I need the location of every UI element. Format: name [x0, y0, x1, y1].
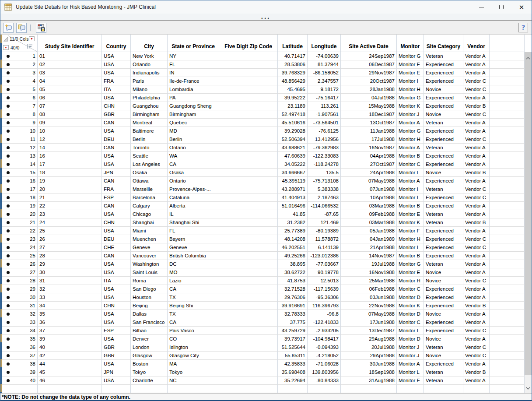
cell-five-digit-zip-code[interactable]: [219, 160, 278, 169]
cell-city[interactable]: Los Angeles: [131, 160, 168, 169]
row-state-dot[interactable]: [7, 313, 10, 316]
cell-state-or-province[interactable]: Pais Vasco: [168, 327, 219, 335]
cell-latitude[interactable]: 35.22694: [278, 376, 308, 385]
cell-site-active-date[interactable]: 03Jun1988: [341, 293, 397, 302]
cell-vendor[interactable]: [463, 385, 490, 393]
cell-site-active-date[interactable]: 04Jul1988: [341, 94, 397, 102]
cell-state-or-province[interactable]: MD: [168, 127, 219, 135]
row-state-cell[interactable]: [2, 277, 14, 285]
cell-longitude[interactable]: 5.383338: [308, 185, 341, 193]
column-header-longitude[interactable]: Longitude: [308, 35, 341, 52]
cell-state-or-province[interactable]: IN: [168, 69, 219, 77]
cell-vendor[interactable]: Vendor C: [463, 343, 490, 352]
column-header-city[interactable]: City: [131, 35, 168, 52]
cell-latitude[interactable]: 41.404913: [278, 193, 308, 202]
cell-longitude[interactable]: 113.261: [308, 102, 341, 110]
cell-longitude[interactable]: 13.412956: [308, 135, 341, 144]
cell-vendor[interactable]: Vendor C: [463, 243, 490, 252]
cell-site-active-date[interactable]: 27Oct1987: [341, 160, 397, 169]
cell-longitude[interactable]: 139.803956: [308, 368, 341, 376]
cell-vendor[interactable]: Vendor A: [463, 210, 490, 218]
cell-site-category[interactable]: Experienced: [424, 285, 463, 293]
rows-list-icon[interactable]: [27, 44, 33, 49]
cell-site-category[interactable]: Experienced: [424, 160, 463, 169]
cell-vendor[interactable]: Vendor A: [463, 293, 490, 302]
cell-city[interactable]: Bilbao: [131, 327, 168, 335]
row-number[interactable]: 38: [14, 360, 38, 368]
cell-study-site-identifier[interactable]: 27: [38, 243, 102, 252]
cell-longitude[interactable]: -80.19389: [308, 227, 341, 235]
cell-country[interactable]: ESP: [102, 327, 131, 335]
cell-longitude[interactable]: -75.16417: [308, 94, 341, 102]
cell-study-site-identifier[interactable]: 40: [38, 343, 102, 352]
cell-country[interactable]: USA: [102, 94, 131, 102]
cell-monitor[interactable]: Monitor A: [397, 119, 424, 127]
cell-study-site-identifier[interactable]: 10: [38, 127, 102, 135]
cell-site-category[interactable]: Veteran: [424, 260, 463, 268]
row-number[interactable]: 40: [14, 376, 38, 385]
row-state-dot[interactable]: [7, 196, 10, 199]
cell-monitor[interactable]: Monitor B: [397, 152, 424, 160]
cell-latitude[interactable]: 43.688621: [278, 144, 308, 152]
cell-vendor[interactable]: Vendor A: [463, 318, 490, 327]
cell-site-active-date[interactable]: 06Dec1987: [341, 60, 397, 69]
cell-state-or-province[interactable]: Berlin: [168, 135, 219, 144]
cell-latitude[interactable]: 39.29028: [278, 127, 308, 135]
row-state-dot[interactable]: [7, 321, 10, 324]
cell-site-category[interactable]: Novice: [424, 352, 463, 360]
cell-country[interactable]: USA: [102, 268, 131, 277]
cell-monitor[interactable]: Monitor K: [397, 218, 424, 227]
cell-site-category[interactable]: Novice: [424, 85, 463, 94]
toolbar-overflow-handle[interactable]: •••: [261, 16, 270, 21]
cell-site-category[interactable]: Experienced: [424, 94, 463, 102]
help-button[interactable]: ?: [518, 23, 528, 32]
cell-latitude[interactable]: 39.95222: [278, 94, 308, 102]
cell-country[interactable]: USA: [102, 285, 131, 293]
cell-five-digit-zip-code[interactable]: [219, 285, 278, 293]
cell-site-active-date[interactable]: 11Jan1988: [341, 127, 397, 135]
row-state-dot[interactable]: [7, 121, 10, 124]
cell-site-category[interactable]: Experienced: [424, 102, 463, 110]
cell-vendor[interactable]: Vendor B: [463, 102, 490, 110]
cell-site-category[interactable]: Veteran: [424, 368, 463, 376]
cell-longitude[interactable]: 12.5013: [308, 277, 341, 285]
cell-study-site-identifier[interactable]: 05: [38, 85, 102, 94]
row-state-cell[interactable]: [2, 152, 14, 160]
cell-city[interactable]: Glasgow: [131, 352, 168, 360]
cell-site-category[interactable]: Experienced: [424, 327, 463, 335]
cell-site-category[interactable]: Experienced: [424, 69, 463, 77]
row-state-dot[interactable]: [7, 346, 10, 349]
cell-city[interactable]: Orlando: [131, 60, 168, 69]
cell-latitude[interactable]: 45.510616: [278, 119, 308, 127]
row-state-dot[interactable]: [7, 204, 10, 208]
cell-monitor[interactable]: Monitor L: [397, 368, 424, 376]
cell-city[interactable]: Paris: [131, 77, 168, 85]
cell-site-category[interactable]: Novice: [424, 335, 463, 343]
cell-study-site-identifier[interactable]: 18: [38, 169, 102, 177]
cell-site-active-date[interactable]: 18Sep1988: [341, 368, 397, 376]
cell-monitor[interactable]: Monitor E: [397, 69, 424, 77]
cell-latitude[interactable]: 52.497418: [278, 110, 308, 119]
row-state-dot[interactable]: [7, 254, 10, 257]
row-number[interactable]: 6: [14, 94, 38, 102]
annotation-notes-button[interactable]: [16, 23, 27, 33]
cell-site-active-date[interactable]: 30Jun1988: [341, 360, 397, 368]
row-number[interactable]: 9: [14, 119, 38, 127]
cell-vendor[interactable]: Vendor A: [463, 227, 490, 235]
cell-five-digit-zip-code[interactable]: [219, 368, 278, 376]
row-state-dot[interactable]: [7, 238, 10, 241]
cell-state-or-province[interactable]: CA: [168, 318, 219, 327]
cell-site-active-date[interactable]: 20Jul1988: [341, 343, 397, 352]
cell-site-active-date[interactable]: 28Jan1988: [341, 85, 397, 94]
cell-latitude[interactable]: 32.71528: [278, 285, 308, 293]
save-table-button[interactable]: [36, 23, 46, 33]
cell-site-active-date[interactable]: 03Mar1988: [341, 218, 397, 227]
row-state-cell[interactable]: [2, 210, 14, 218]
row-state-dot[interactable]: [7, 296, 10, 299]
cell-longitude[interactable]: 6.141139: [308, 243, 341, 252]
new-annotation-button[interactable]: [3, 23, 14, 33]
row-state-cell[interactable]: [2, 360, 14, 368]
cell-country[interactable]: DEU: [102, 135, 131, 144]
cell-monitor[interactable]: Monitor E: [397, 210, 424, 218]
scroll-up-icon[interactable]: [525, 56, 531, 61]
